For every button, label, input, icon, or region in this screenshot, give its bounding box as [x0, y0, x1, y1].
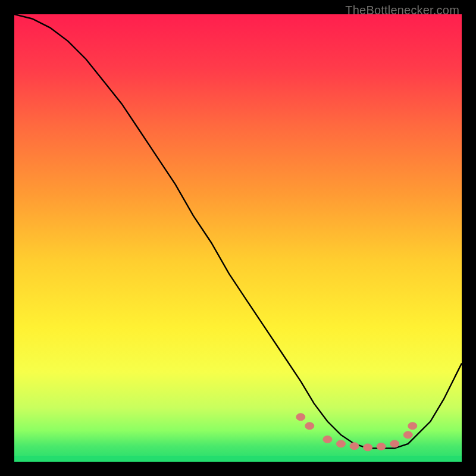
bottleneck-chart: [14, 14, 462, 462]
chart-frame: [14, 14, 462, 462]
data-dot: [305, 422, 314, 430]
data-dot: [337, 440, 346, 447]
gradient-background: [14, 14, 462, 462]
data-dot: [296, 414, 305, 421]
data-dot: [323, 436, 332, 443]
data-dot: [390, 440, 399, 447]
watermark-text: TheBottlenecker.com: [345, 4, 459, 17]
data-dot: [377, 443, 386, 450]
data-dot: [364, 444, 372, 451]
data-dot: [350, 443, 359, 450]
data-dot: [408, 422, 417, 430]
data-dot: [403, 431, 412, 439]
bottom-band: [14, 456, 462, 462]
